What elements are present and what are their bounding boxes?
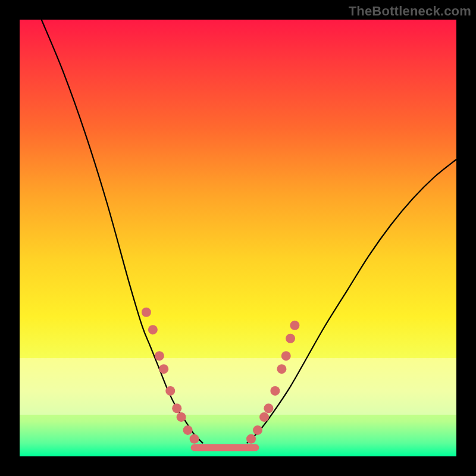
chart-frame: TheBottleneck.com xyxy=(0,0,476,476)
watermark-text: TheBottleneck.com xyxy=(349,4,471,19)
marker-dot xyxy=(253,425,262,435)
marker-dots xyxy=(142,308,300,444)
marker-dot xyxy=(190,434,199,444)
marker-dot xyxy=(259,412,269,422)
marker-dot xyxy=(277,364,286,374)
marker-dot xyxy=(172,403,181,413)
marker-dot xyxy=(290,321,299,330)
marker-dot xyxy=(264,403,273,413)
marker-dot xyxy=(159,364,168,374)
marker-dot xyxy=(270,386,280,396)
marker-dot xyxy=(286,334,295,343)
marker-dot xyxy=(148,325,158,334)
right-curve xyxy=(247,159,456,443)
marker-dot xyxy=(246,434,256,444)
marker-dot xyxy=(281,351,291,361)
left-curve xyxy=(42,20,203,443)
marker-dot xyxy=(177,412,186,422)
curves-svg xyxy=(20,20,456,456)
marker-dot xyxy=(155,351,164,361)
marker-dot xyxy=(142,308,151,317)
marker-dot xyxy=(165,386,175,396)
marker-dot xyxy=(183,425,193,435)
